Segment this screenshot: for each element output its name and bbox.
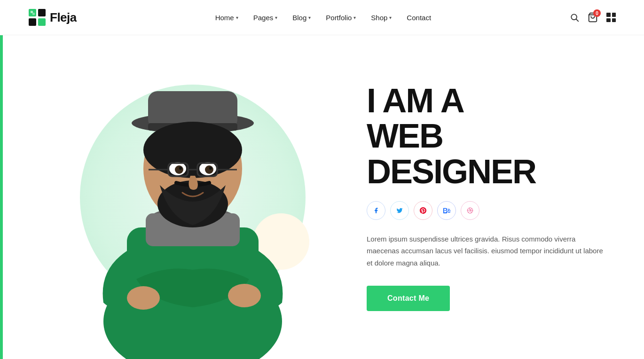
grid-icon bbox=[606, 13, 616, 22]
dribbble-icon bbox=[467, 207, 473, 214]
fleja-logo-icon bbox=[28, 8, 46, 26]
logo-text: Fleja bbox=[50, 10, 77, 25]
nav-shop[interactable]: Shop ▾ bbox=[371, 14, 392, 22]
svg-point-24 bbox=[179, 167, 182, 170]
main-nav: Home ▾ Pages ▾ Blog ▾ Portfolio ▾ Shop ▾… bbox=[215, 14, 431, 22]
contact-me-button[interactable]: Contact Me bbox=[367, 286, 450, 311]
svg-point-23 bbox=[205, 165, 213, 174]
hero-section: I AM A WEB DESIGNER bbox=[0, 35, 644, 359]
behance-icon bbox=[443, 208, 450, 213]
twitter-icon bbox=[396, 207, 403, 214]
svg-rect-2 bbox=[29, 18, 36, 26]
svg-rect-3 bbox=[38, 18, 46, 26]
nav-icons: 0 bbox=[570, 12, 616, 23]
hero-title: I AM A WEB DESIGNER bbox=[367, 83, 606, 190]
nav-home[interactable]: Home ▾ bbox=[215, 14, 238, 22]
svg-point-22 bbox=[175, 165, 183, 174]
nav-blog[interactable]: Blog ▾ bbox=[292, 14, 311, 22]
social-behance[interactable] bbox=[437, 201, 456, 220]
social-pinterest[interactable] bbox=[414, 201, 432, 220]
chevron-down-icon: ▾ bbox=[308, 15, 311, 20]
svg-rect-4 bbox=[31, 11, 33, 13]
chevron-down-icon: ▾ bbox=[353, 15, 356, 20]
svg-point-31 bbox=[127, 286, 160, 310]
social-icons bbox=[367, 201, 606, 220]
search-button[interactable] bbox=[570, 13, 579, 22]
social-twitter[interactable] bbox=[390, 201, 409, 220]
facebook-icon bbox=[373, 207, 379, 214]
nav-portfolio[interactable]: Portfolio ▾ bbox=[326, 14, 356, 22]
social-facebook[interactable] bbox=[367, 201, 385, 220]
cart-button[interactable]: 0 bbox=[588, 12, 598, 23]
chevron-down-icon: ▾ bbox=[389, 15, 392, 20]
search-icon bbox=[570, 13, 579, 22]
logo[interactable]: Fleja bbox=[28, 8, 77, 26]
pinterest-icon bbox=[420, 207, 426, 214]
social-dribbble[interactable] bbox=[461, 201, 479, 220]
nav-pages[interactable]: Pages ▾ bbox=[253, 14, 278, 22]
cart-badge: 0 bbox=[593, 9, 601, 17]
hero-image-area bbox=[56, 35, 329, 359]
nav-contact[interactable]: Contact bbox=[407, 14, 431, 22]
svg-point-32 bbox=[228, 284, 261, 307]
chevron-down-icon: ▾ bbox=[236, 15, 238, 20]
header: Fleja Home ▾ Pages ▾ Blog ▾ Portfolio ▾ … bbox=[0, 0, 644, 35]
svg-rect-1 bbox=[38, 9, 46, 16]
person-illustration bbox=[71, 49, 315, 359]
svg-rect-5 bbox=[32, 13, 35, 15]
chevron-down-icon: ▾ bbox=[275, 15, 277, 20]
grid-menu-button[interactable] bbox=[606, 13, 616, 22]
hero-content: I AM A WEB DESIGNER bbox=[329, 83, 644, 311]
svg-line-7 bbox=[576, 19, 579, 22]
hero-person bbox=[71, 49, 315, 359]
hero-description: Lorem ipsum suspendisse ultrices gravida… bbox=[367, 233, 606, 269]
svg-point-25 bbox=[209, 167, 212, 170]
